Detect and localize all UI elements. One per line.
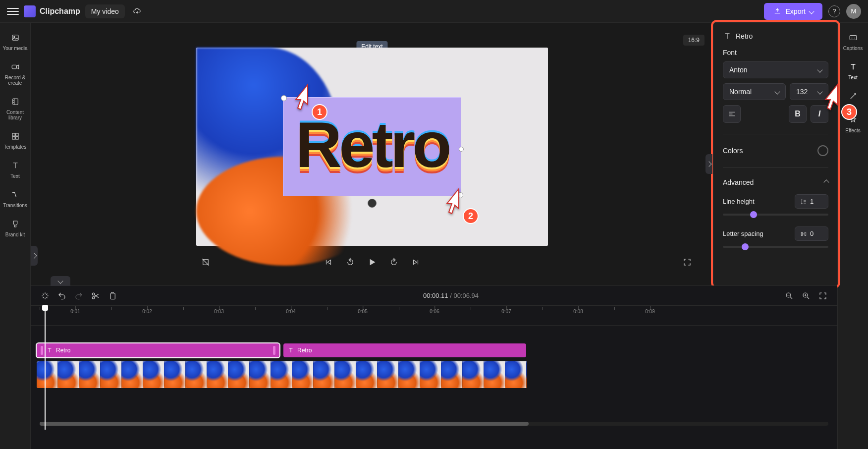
aspect-ratio-selector[interactable]: 16:9 [683, 35, 705, 46]
timeline-ruler[interactable]: 0:010:020:030:040:050:060:070:080:09 [31, 306, 837, 326]
help-button[interactable]: ? [828, 5, 840, 17]
sidebar-item-brand-kit[interactable]: Brand kit [0, 213, 30, 242]
media-icon [11, 33, 20, 42]
sidebar-item-transitions[interactable]: Transitions [0, 184, 30, 213]
resize-handle[interactable] [459, 147, 464, 152]
sidebar-item-label: Text [10, 173, 19, 179]
line-height-input[interactable]: 1 [795, 194, 828, 209]
svg-rect-5 [15, 133, 18, 136]
main-area: 16:9 Edit text Anton 132 ⋯ Retro [31, 23, 837, 285]
sidebar-item-templates[interactable]: Templates [0, 125, 30, 155]
captions-icon [849, 33, 858, 42]
sidebar-item-your-media[interactable]: Your media [0, 27, 30, 56]
chevron-down-icon [817, 67, 822, 72]
clip-handle-left[interactable] [41, 346, 43, 355]
font-family-select-panel[interactable]: Anton [723, 61, 828, 78]
fullscreen-button[interactable] [681, 256, 694, 269]
scrollbar-thumb[interactable] [40, 422, 529, 426]
color-swatch-button[interactable] [817, 145, 828, 156]
sidebar-item-label: Templates [4, 144, 27, 150]
sidebar-item-label: Text [848, 75, 857, 80]
brand-logo[interactable]: Clipchamp [24, 5, 80, 17]
project-name-input[interactable]: My video [85, 4, 125, 18]
preview-canvas[interactable]: Retro [196, 48, 548, 246]
chevron-right-icon [706, 161, 711, 167]
panel-title: Retro [736, 32, 753, 40]
magic-button[interactable] [40, 290, 51, 301]
sidebar-item-text-props[interactable]: Text [838, 56, 868, 85]
redo-button[interactable] [73, 290, 84, 301]
colors-label: Colors [723, 147, 743, 155]
sidebar-item-captions[interactable]: Captions [838, 27, 868, 56]
zoom-out-button[interactable] [784, 290, 795, 301]
playhead[interactable] [45, 306, 46, 430]
sidebar-item-record[interactable]: Record & create [0, 56, 30, 91]
skip-back-button[interactable] [322, 256, 335, 269]
advanced-section-toggle[interactable]: Advanced [723, 178, 828, 186]
collapse-right-panel-button[interactable] [705, 154, 712, 174]
line-height-slider[interactable] [723, 214, 828, 216]
video-clip[interactable] [37, 361, 532, 388]
sidebar-item-content-library[interactable]: Content library [0, 91, 30, 125]
undo-button[interactable] [56, 290, 67, 301]
topbar-left: Clipchamp My video [7, 4, 142, 18]
svg-rect-4 [12, 133, 15, 136]
ruler-tick: 0:03 [214, 309, 223, 314]
forward-button[interactable] [387, 256, 400, 269]
total-time: 00:06.94 [453, 292, 479, 299]
text-properties-panel: Retro Font Anton Normal 132 [713, 23, 837, 285]
slider-thumb[interactable] [742, 243, 749, 250]
clip-label: Retro [297, 347, 312, 354]
letter-spacing-value: 0 [810, 230, 814, 237]
bold-button[interactable]: B [789, 105, 807, 123]
export-button[interactable]: Export [764, 3, 822, 20]
export-label: Export [786, 7, 806, 15]
timeline-expand-button[interactable] [51, 276, 70, 286]
divider [723, 167, 828, 168]
font-weight-select[interactable]: Normal [723, 83, 786, 100]
svg-rect-2 [12, 65, 16, 69]
export-icon [773, 7, 782, 16]
sidebar-item-text[interactable]: Text [0, 155, 30, 184]
copy-button[interactable] [107, 290, 118, 301]
clip-handle-right[interactable] [273, 346, 275, 355]
avatar[interactable]: M [846, 4, 861, 19]
timeline-tracks[interactable]: Retro Retro [31, 326, 837, 430]
text-clip-2[interactable]: Retro [283, 343, 526, 357]
current-time: 00:00.11 [423, 292, 448, 299]
sidebar-item-label: Transitions [3, 203, 27, 208]
menu-button[interactable] [7, 5, 19, 17]
zoom-in-button[interactable] [801, 290, 812, 301]
text-clip-1[interactable]: Retro [37, 343, 279, 357]
skip-forward-button[interactable] [409, 256, 422, 269]
rewind-icon [346, 258, 355, 267]
record-icon [11, 62, 20, 71]
templates-icon [11, 132, 20, 141]
timeline-scrollbar[interactable] [40, 422, 828, 426]
rotate-handle[interactable] [368, 199, 377, 208]
letter-spacing-input[interactable]: 0 [795, 226, 828, 241]
svg-rect-8 [850, 36, 857, 40]
zoom-fit-button[interactable] [817, 290, 828, 301]
text-content[interactable]: Retro [283, 108, 461, 182]
text-icon [849, 62, 858, 71]
skip-back-icon [324, 258, 333, 267]
letter-spacing-slider[interactable] [723, 246, 828, 248]
ruler-tick: 0:07 [501, 309, 511, 314]
font-section-label: Font [723, 49, 828, 56]
toggle-safe-zones-button[interactable] [199, 256, 212, 269]
rewind-button[interactable] [344, 256, 357, 269]
svg-rect-6 [12, 137, 15, 139]
letter-spacing-label: Letter spacing [723, 230, 763, 237]
timeline: 00:00.11 / 00:06.94 0:010:020:030:040:05… [31, 285, 837, 449]
letter-spacing-icon [800, 230, 807, 237]
zoom-out-icon [785, 291, 794, 300]
sidebar-item-label: Captions [843, 46, 863, 51]
preview-column: 16:9 Edit text Anton 132 ⋯ Retro [31, 23, 713, 285]
topbar: Clipchamp My video Export ? M [0, 0, 868, 23]
split-button[interactable] [90, 290, 101, 301]
play-button[interactable] [366, 256, 379, 269]
slider-thumb[interactable] [750, 211, 757, 218]
text-align-button[interactable] [723, 105, 741, 123]
fullscreen-icon [683, 258, 692, 267]
